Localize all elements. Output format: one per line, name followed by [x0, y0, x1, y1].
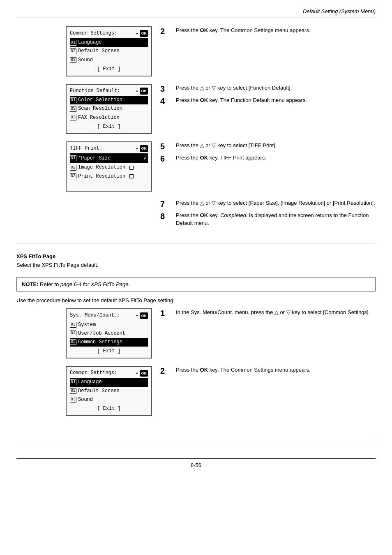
- lcd-row-03: 03 Sound: [70, 56, 148, 65]
- nav-arrows-icon-cs2: ⬥: [136, 370, 138, 377]
- lcd-title-row-sm: Sys. Menu/Count.: ⬥ OK: [70, 312, 148, 319]
- row-text-01: Language: [78, 39, 102, 46]
- row-text-cs2-02: Default Screen: [78, 387, 120, 395]
- right-col-bottom-2: 2 Press the OK key. The Common Settings …: [156, 366, 376, 378]
- step-num-2-top: 2: [160, 26, 173, 36]
- step-text-6: Press the OK key. TIFF Print appears.: [176, 154, 376, 162]
- section-title-xps: XPS FitTo Page: [16, 253, 376, 259]
- page-number: 8-56: [191, 462, 201, 468]
- row-text-fd-01: Color Selection: [78, 96, 122, 104]
- screen-col-common-1: Common Settings: ⬥ OK 01 Language 02 Def…: [16, 26, 156, 76]
- step-row-7-8: 7 Press the △ or ▽ key to select [Paper …: [16, 199, 376, 230]
- right-col-5-6: 5 Press the △ or ▽ key to select [TIFF P…: [156, 141, 376, 166]
- row-text-cs2-03: Sound: [78, 396, 93, 404]
- step-num-b2: 2: [160, 366, 173, 376]
- row-num-fd-02: 02: [70, 106, 76, 112]
- lcd-title-text-tp: TIFF Print:: [70, 145, 120, 153]
- lcd-function-default: Function Default: ⬥ OK 01 Color Selectio…: [66, 84, 152, 134]
- step-entry-b2: 2 Press the OK key. The Common Settings …: [160, 366, 376, 376]
- lcd-title-text: Common Settings:: [70, 30, 120, 37]
- step-row-2-top: Common Settings: ⬥ OK 01 Language 02 Def…: [16, 26, 376, 76]
- row-text-sm-04: User/Job Account: [78, 330, 125, 338]
- lcd-row-tp-02: 02 Image Resolution: [70, 163, 148, 172]
- row-num-tp-01: 01: [70, 155, 76, 161]
- nav-arrows-icon: ⬥: [136, 30, 138, 37]
- lcd-row-01: 01 Language: [70, 38, 148, 47]
- step-row-3-4: Function Default: ⬥ OK 01 Color Selectio…: [16, 84, 376, 134]
- lcd-row-fd-01: 01 Color Selection: [70, 96, 148, 104]
- lcd-exit-fd: [ Exit ]: [70, 123, 148, 131]
- procedure-desc: Use the procedure below to set the defau…: [16, 297, 376, 303]
- lcd-title-text-fd: Function Default:: [70, 87, 123, 95]
- lcd-row-sm-03: 03 System: [70, 321, 148, 329]
- lcd-row-sm-04: 04 User/Job Account: [70, 329, 148, 338]
- row-text-sm-03: System: [78, 321, 96, 329]
- step-entry-6: 6 Press the OK key. TIFF Print appears.: [160, 154, 376, 164]
- right-col-3-4: 3 Press the △ or ▽ key to select [Functi…: [156, 84, 376, 109]
- lcd-common-settings-1: Common Settings: ⬥ OK 01 Language 02 Def…: [66, 26, 152, 76]
- lcd-title-row-fd: Function Default: ⬥ OK: [70, 87, 148, 95]
- ok-badge-cs2: OK: [140, 370, 148, 377]
- lcd-exit-cs2: [ Exit ]: [70, 405, 148, 413]
- row-num-sm-04: 04: [70, 331, 76, 336]
- lcd-row-fd-02: 02 Scan Resolution: [70, 104, 148, 113]
- row-text-cs2-01: Language: [78, 378, 102, 386]
- step-entry-4: 4 Press the OK key. The Function Default…: [160, 96, 376, 106]
- right-col-bottom-1: 1 In the Sys. Menu/Count. menu, press th…: [156, 308, 376, 321]
- note-bold: NOTE:: [22, 281, 38, 287]
- step-text-5: Press the △ or ▽ key to select [TIFF Pri…: [176, 141, 376, 150]
- row-text-tp-03: Print Resolution: [78, 173, 128, 180]
- ok-badge-sm: OK: [140, 312, 148, 319]
- nav-arrows-icon-fd: ⬥: [136, 88, 138, 95]
- row-num-sm-03: 03: [70, 322, 76, 328]
- step-row-5-6: TIFF Print: ⬥ OK 01 *Paper Size ✓ 02: [16, 141, 376, 192]
- ok-badge: OK: [140, 30, 148, 37]
- row-num-sm-05: 05: [70, 339, 76, 345]
- lcd-title-row: Common Settings: ⬥ OK: [70, 30, 148, 37]
- checkmark-tp-01: ✓: [144, 154, 147, 163]
- row-num-03: 03: [70, 57, 76, 63]
- nav-arrows-icon-sm: ⬥: [136, 312, 138, 319]
- divider-1: [16, 243, 376, 243]
- checkbox-tp-03: [129, 174, 134, 178]
- lcd-row-fd-03: 03 FAX Resolution: [70, 113, 148, 122]
- lcd-title-row-tp: TIFF Print: ⬥ OK: [70, 145, 148, 153]
- screen-col-tiff-print: TIFF Print: ⬥ OK 01 *Paper Size ✓ 02: [16, 141, 156, 192]
- step-row-bottom-2: Common Settings: ⬥ OK 01 Language 02 Def…: [16, 366, 376, 416]
- page-header: Default Setting (System Menu): [16, 8, 376, 18]
- step-text-7: Press the △ or ▽ key to select [Paper Si…: [176, 199, 376, 207]
- row-text-fd-02: Scan Resolution: [78, 105, 122, 113]
- step-text-b2: Press the OK key. The Common Settings me…: [176, 366, 376, 374]
- ok-badge-tp: OK: [140, 145, 148, 152]
- step-num-5: 5: [160, 141, 173, 151]
- lcd-title-text-sm: Sys. Menu/Count.:: [70, 312, 123, 319]
- lcd-tiff-print: TIFF Print: ⬥ OK 01 *Paper Size ✓ 02: [66, 141, 152, 192]
- row-num-cs2-01: 01: [70, 379, 76, 385]
- content-area: Common Settings: ⬥ OK 01 Language 02 Def…: [16, 26, 376, 446]
- lcd-row-02: 02 Default Screen: [70, 47, 148, 56]
- row-num-fd-01: 01: [70, 97, 76, 103]
- lcd-row-sm-05: 05 Common Settings: [70, 338, 148, 347]
- divider-2: [16, 440, 376, 440]
- screen-col-common-2: Common Settings: ⬥ OK 01 Language 02 Def…: [16, 366, 156, 416]
- lcd-exit: [ Exit ]: [70, 65, 148, 73]
- step-entry-8: 8 Press the OK key. Completed. is displa…: [160, 211, 376, 227]
- right-col-step2-top: 2 Press the OK key. The Common Settings …: [156, 26, 376, 39]
- step-entry-7: 7 Press the △ or ▽ key to select [Paper …: [160, 199, 376, 209]
- row-text-02: Default Screen: [78, 47, 120, 55]
- lcd-row-tp-03: 03 Print Resolution: [70, 172, 148, 181]
- step-num-4: 4: [160, 96, 173, 106]
- step-text-4: Press the OK key. The Function Default m…: [176, 96, 376, 104]
- step-text-2-top: Press the OK key. The Common Settings me…: [176, 26, 376, 35]
- step-entry-3: 3 Press the △ or ▽ key to select [Functi…: [160, 84, 376, 94]
- row-text-sm-05: Common Settings: [78, 338, 122, 346]
- note-text: Refer to page 6-4 for XPS FitTo Page.: [40, 281, 130, 287]
- page-footer: 8-56: [16, 458, 376, 468]
- lcd-title-text-cs2: Common Settings:: [70, 369, 120, 377]
- step-text-3: Press the △ or ▽ key to select [Function…: [176, 84, 376, 92]
- lcd-title-row-cs2: Common Settings: ⬥ OK: [70, 369, 148, 377]
- screen-col-function-default: Function Default: ⬥ OK 01 Color Selectio…: [16, 84, 156, 134]
- step-entry-2-top: 2 Press the OK key. The Common Settings …: [160, 26, 376, 36]
- right-col-7-8: 7 Press the △ or ▽ key to select [Paper …: [156, 199, 376, 230]
- step-text-8: Press the OK key. Completed. is displaye…: [176, 211, 376, 227]
